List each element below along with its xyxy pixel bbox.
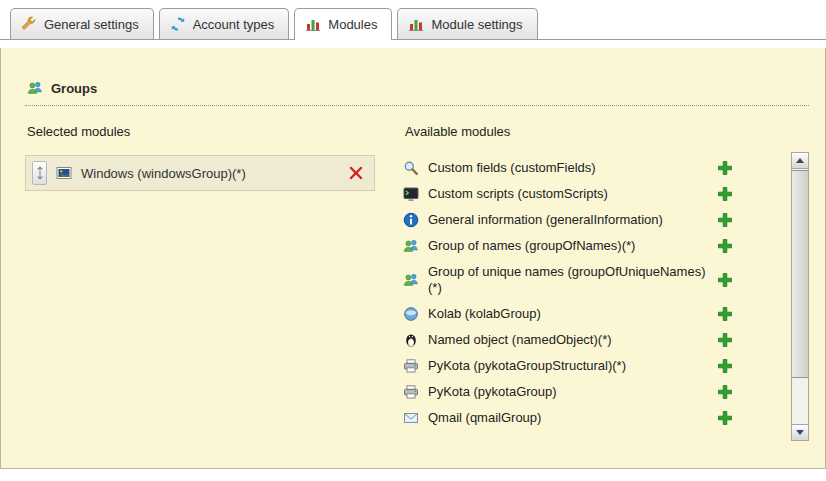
- module-label: Named object (namedObject)(*): [428, 332, 612, 348]
- module-label: Custom fields (customFields): [428, 160, 596, 176]
- selected-module-label: Windows (windowsGroup)(*): [81, 166, 339, 181]
- add-module-button[interactable]: [717, 410, 733, 426]
- green-plus-icon: [717, 306, 733, 322]
- available-modules-list: Custom fields (customFields) Custom scri…: [403, 155, 775, 431]
- selected-modules-column: Selected modules Windows (windowsGroup)(…: [25, 122, 403, 431]
- envelope-icon: [403, 410, 419, 426]
- add-module-button[interactable]: [717, 384, 733, 400]
- chevron-up-icon: [796, 158, 804, 163]
- module-label: Qmail (qmailGroup): [428, 410, 541, 426]
- module-label: General information (generalInformation): [428, 212, 663, 228]
- tab-bar: General settings Account types Modules M…: [0, 0, 826, 40]
- kolab-icon: [403, 306, 419, 322]
- list-item: Custom fields (customFields): [403, 155, 733, 181]
- green-plus-icon: [717, 212, 733, 228]
- list-item: PyKota (pykotaGroupStructural)(*): [403, 353, 733, 379]
- printer-icon: [403, 384, 419, 400]
- green-plus-icon: [717, 358, 733, 374]
- list-item: Group of unique names (groupOfUniqueName…: [403, 259, 733, 301]
- groups-icon: [403, 272, 419, 288]
- list-item: Qmail (qmailGroup): [403, 405, 733, 431]
- chevron-down-icon: [796, 430, 804, 435]
- tab-account-types[interactable]: Account types: [159, 8, 290, 39]
- list-item: Custom scripts (customScripts): [403, 181, 733, 207]
- tab-label: Module settings: [431, 17, 522, 32]
- terminal-icon: [403, 186, 419, 202]
- bar-chart-icon: [408, 16, 424, 32]
- module-label: PyKota (pykotaGroupStructural)(*): [428, 358, 626, 374]
- groups-icon: [27, 80, 43, 96]
- bar-chart-icon: [305, 16, 321, 32]
- green-plus-icon: [717, 238, 733, 254]
- magnifier-icon: [403, 160, 419, 176]
- module-label: Group of unique names (groupOfUniqueName…: [428, 264, 708, 296]
- scrollbar[interactable]: [791, 152, 809, 441]
- green-plus-icon: [717, 410, 733, 426]
- scroll-down-button[interactable]: [792, 424, 808, 440]
- tab-label: General settings: [44, 17, 139, 32]
- tab-label: Account types: [193, 17, 275, 32]
- printer-icon: [403, 358, 419, 374]
- module-label: Group of names (groupOfNames)(*): [428, 238, 635, 254]
- groups-section-heading: Groups: [25, 80, 809, 106]
- module-label: Kolab (kolabGroup): [428, 306, 541, 322]
- module-label: PyKota (pykotaGroup): [428, 384, 557, 400]
- selected-module-windows: Windows (windowsGroup)(*): [25, 155, 375, 191]
- remove-module-button[interactable]: [348, 165, 364, 181]
- green-plus-icon: [717, 384, 733, 400]
- add-module-button[interactable]: [717, 160, 733, 176]
- green-plus-icon: [717, 160, 733, 176]
- picture-icon: [56, 165, 72, 181]
- modules-config-page: General settings Account types Modules M…: [0, 0, 826, 481]
- add-module-button[interactable]: [717, 358, 733, 374]
- tab-label: Modules: [328, 17, 377, 32]
- list-item: PyKota (pykotaGroup): [403, 379, 733, 405]
- list-item: Group of names (groupOfNames)(*): [403, 233, 733, 259]
- tab-module-settings[interactable]: Module settings: [397, 8, 537, 39]
- tab-modules[interactable]: Modules: [294, 8, 392, 40]
- tab-general-settings[interactable]: General settings: [10, 8, 154, 39]
- list-item: Named object (namedObject)(*): [403, 327, 733, 353]
- drag-handle-icon[interactable]: [32, 161, 47, 185]
- green-plus-icon: [717, 272, 733, 288]
- green-plus-icon: [717, 186, 733, 202]
- wrench-icon: [21, 16, 37, 32]
- scroll-up-button[interactable]: [792, 153, 808, 169]
- selected-modules-heading: Selected modules: [27, 124, 403, 139]
- add-module-button[interactable]: [717, 272, 733, 288]
- penguin-icon: [403, 332, 419, 348]
- modules-panel: Groups Selected modules Windows (windows…: [0, 48, 826, 469]
- list-item: General information (generalInformation): [403, 207, 733, 233]
- red-x-icon: [348, 165, 364, 181]
- add-module-button[interactable]: [717, 306, 733, 322]
- add-module-button[interactable]: [717, 332, 733, 348]
- list-item: Kolab (kolabGroup): [403, 301, 733, 327]
- available-modules-column: Available modules Custom fields (customF…: [403, 122, 775, 431]
- sync-arrows-icon: [170, 16, 186, 32]
- info-icon: [403, 212, 419, 228]
- scrollbar-thumb[interactable]: [792, 170, 808, 378]
- section-title: Groups: [51, 81, 97, 96]
- add-module-button[interactable]: [717, 212, 733, 228]
- green-plus-icon: [717, 332, 733, 348]
- add-module-button[interactable]: [717, 186, 733, 202]
- add-module-button[interactable]: [717, 238, 733, 254]
- available-modules-heading: Available modules: [405, 124, 775, 139]
- groups-icon: [403, 238, 419, 254]
- module-label: Custom scripts (customScripts): [428, 186, 608, 202]
